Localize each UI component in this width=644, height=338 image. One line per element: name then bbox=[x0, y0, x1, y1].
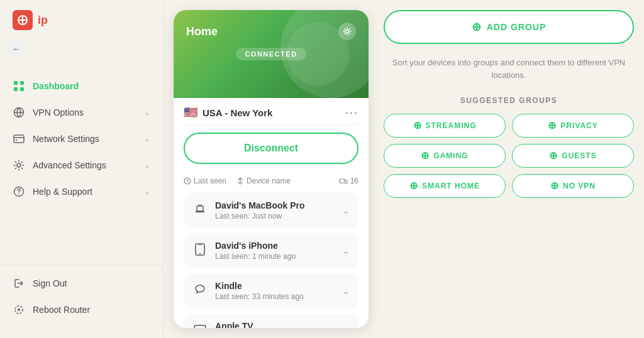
dashboard-label: Dashboard bbox=[33, 81, 150, 91]
sidebar-nav: Dashboard VPN Options ⌄ bbox=[0, 68, 163, 259]
group-chip-streaming[interactable]: ⊕ STREAMING bbox=[384, 114, 506, 138]
device-left: David's MacBook Pro Last seen: Just now bbox=[192, 200, 305, 221]
svg-point-16 bbox=[18, 308, 20, 311]
svg-rect-3 bbox=[14, 81, 18, 85]
help-support-icon bbox=[13, 185, 25, 198]
sidebar-item-help-support[interactable]: Help & Support ⌄ bbox=[0, 178, 163, 205]
guests-label: GUESTS bbox=[562, 151, 596, 160]
macbook-icon bbox=[192, 202, 208, 219]
advanced-settings-label: Advanced Settings bbox=[33, 160, 136, 170]
svg-point-14 bbox=[18, 194, 19, 195]
dashboard-icon bbox=[13, 80, 25, 92]
main-content: Home CONNECTED 🇺🇸 USA - New York bbox=[164, 0, 644, 338]
phone-header: Home CONNECTED bbox=[174, 10, 369, 98]
iphone-chevron: ⌄ bbox=[342, 246, 350, 256]
svg-rect-24 bbox=[194, 325, 206, 329]
svg-rect-19 bbox=[340, 179, 345, 183]
svg-rect-6 bbox=[20, 87, 24, 91]
smart-home-plus-icon: ⊕ bbox=[409, 181, 418, 191]
streaming-label: STREAMING bbox=[426, 121, 477, 130]
group-chip-privacy[interactable]: ⊕ PRIVACY bbox=[512, 114, 634, 138]
device-sort-controls: Last seen Device name bbox=[184, 177, 291, 185]
phone-home-label: Home bbox=[186, 25, 218, 38]
sort-device-name-label: Device name bbox=[247, 177, 291, 185]
iphone-icon bbox=[192, 243, 208, 259]
appletv-chevron: ⌄ bbox=[342, 326, 350, 328]
device-left: Apple TV Last seen: 3 hours ago bbox=[192, 321, 292, 328]
svg-rect-5 bbox=[14, 87, 18, 91]
sidebar-item-network-settings[interactable]: Network Settings ⌄ bbox=[0, 126, 163, 152]
device-count: 16 bbox=[339, 177, 358, 185]
device-count-label: 16 bbox=[350, 177, 358, 185]
macbook-name: David's MacBook Pro bbox=[215, 200, 305, 210]
kindle-name: Kindle bbox=[215, 281, 304, 291]
sidebar-item-reboot-router[interactable]: Reboot Router bbox=[0, 297, 163, 323]
phone-gear-button[interactable] bbox=[338, 23, 356, 40]
advanced-settings-chevron: ⌄ bbox=[144, 161, 150, 170]
network-settings-chevron: ⌄ bbox=[144, 134, 150, 143]
phone-top-bar: Home bbox=[186, 23, 356, 40]
location-flag: 🇺🇸 bbox=[184, 106, 197, 119]
svg-point-17 bbox=[346, 30, 349, 33]
location-menu-button[interactable]: ··· bbox=[345, 106, 358, 119]
back-button[interactable]: ← bbox=[8, 40, 25, 58]
location-bar: 🇺🇸 USA - New York ··· bbox=[184, 98, 358, 125]
group-chip-smart-home[interactable]: ⊕ SMART HOME bbox=[384, 174, 506, 198]
svg-point-22 bbox=[199, 253, 201, 254]
phone-body: 🇺🇸 USA - New York ··· Disconnect Last se… bbox=[174, 98, 369, 328]
phone-card: Home CONNECTED 🇺🇸 USA - New York bbox=[174, 10, 369, 328]
sort-device-name[interactable]: Device name bbox=[236, 177, 291, 185]
device-item[interactable]: David's MacBook Pro Last seen: Just now … bbox=[184, 193, 358, 228]
advanced-settings-icon bbox=[13, 159, 25, 172]
appletv-info: Apple TV Last seen: 3 hours ago bbox=[215, 321, 292, 328]
group-chip-gaming[interactable]: ⊕ GAMING bbox=[384, 144, 506, 168]
sort-last-seen-label: Last seen bbox=[194, 177, 226, 185]
macbook-info: David's MacBook Pro Last seen: Just now bbox=[215, 200, 305, 221]
suggested-groups: SUGGESTED GROUPS ⊕ STREAMING ⊕ PRIVACY ⊕… bbox=[384, 96, 634, 198]
connected-badge: CONNECTED bbox=[186, 48, 356, 59]
kindle-chevron: ⌄ bbox=[342, 286, 350, 296]
svg-rect-11 bbox=[16, 139, 17, 141]
no-vpn-label: NO VPN bbox=[563, 182, 596, 190]
svg-rect-9 bbox=[14, 135, 24, 143]
network-settings-icon bbox=[13, 133, 25, 145]
group-chip-guests[interactable]: ⊕ GUESTS bbox=[512, 144, 634, 168]
sidebar: ip ← Dashboard bbox=[0, 0, 164, 338]
device-item[interactable]: Apple TV Last seen: 3 hours ago ⌄ bbox=[184, 313, 358, 328]
gaming-plus-icon: ⊕ bbox=[421, 151, 430, 161]
suggested-groups-title: SUGGESTED GROUPS bbox=[384, 96, 634, 105]
help-support-chevron: ⌄ bbox=[144, 187, 150, 196]
streaming-plus-icon: ⊕ bbox=[413, 121, 422, 131]
guests-plus-icon: ⊕ bbox=[549, 151, 558, 161]
sidebar-item-vpn-options[interactable]: VPN Options ⌄ bbox=[0, 99, 163, 126]
kindle-seen: Last seen: 33 minutes ago bbox=[215, 292, 304, 301]
device-left: Kindle Last seen: 33 minutes ago bbox=[192, 281, 304, 301]
iphone-name: David's iPhone bbox=[215, 241, 296, 251]
vpn-options-label: VPN Options bbox=[33, 107, 136, 117]
sidebar-item-sign-out[interactable]: Sign Out bbox=[0, 270, 163, 297]
gaming-label: GAMING bbox=[433, 151, 468, 160]
reboot-router-label: Reboot Router bbox=[33, 305, 150, 315]
device-item[interactable]: David's iPhone Last seen: 1 minute ago ⌄ bbox=[184, 233, 358, 268]
disconnect-button[interactable]: Disconnect bbox=[184, 133, 358, 164]
svg-rect-20 bbox=[197, 206, 203, 211]
sidebar-item-dashboard[interactable]: Dashboard bbox=[0, 73, 163, 99]
device-item[interactable]: Kindle Last seen: 33 minutes ago ⌄ bbox=[184, 273, 358, 308]
kindle-icon bbox=[192, 283, 208, 300]
sort-last-seen[interactable]: Last seen bbox=[184, 177, 226, 185]
group-chip-no-vpn[interactable]: ⊕ NO VPN bbox=[512, 174, 634, 198]
sidebar-item-advanced-settings[interactable]: Advanced Settings ⌄ bbox=[0, 152, 163, 178]
logo-area: ip bbox=[0, 10, 163, 40]
location-name: USA - New York bbox=[203, 107, 272, 118]
appletv-name: Apple TV bbox=[215, 321, 292, 328]
macbook-chevron: ⌄ bbox=[342, 205, 350, 215]
sidebar-bottom: Sign Out Reboot Router bbox=[0, 264, 163, 328]
add-group-description: Sort your devices into groups and connec… bbox=[384, 57, 634, 81]
vpn-options-chevron: ⌄ bbox=[144, 108, 150, 117]
no-vpn-plus-icon: ⊕ bbox=[550, 181, 559, 191]
add-group-button[interactable]: ⊕ ADD GROUP bbox=[384, 10, 634, 44]
connected-label: CONNECTED bbox=[236, 48, 306, 60]
groups-grid: ⊕ STREAMING ⊕ PRIVACY ⊕ GAMING ⊕ GUESTS … bbox=[384, 114, 634, 198]
network-settings-label: Network Settings bbox=[33, 134, 136, 144]
logo-text: ip bbox=[38, 14, 48, 27]
